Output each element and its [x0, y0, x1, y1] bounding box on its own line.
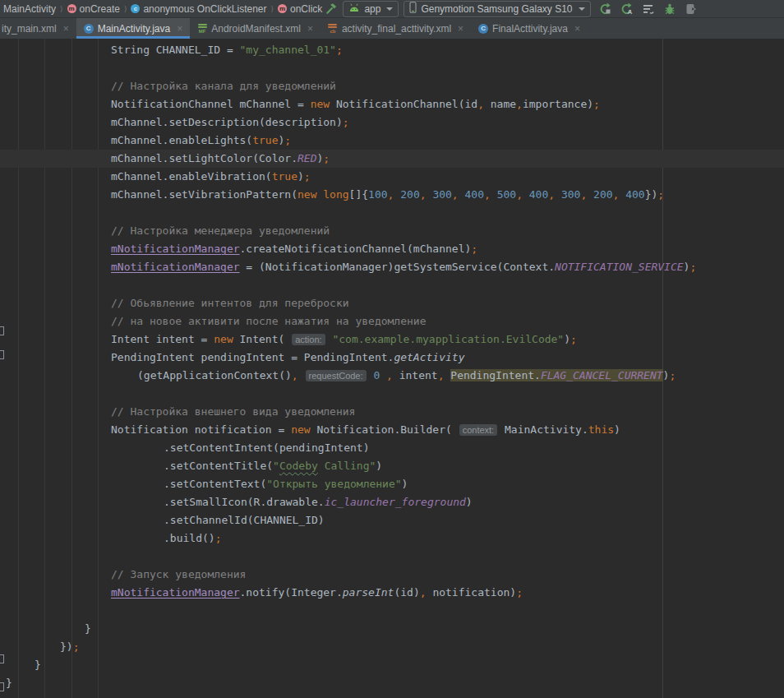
code-line[interactable]: });	[0, 638, 784, 656]
code-token: 500	[497, 188, 516, 201]
code-line[interactable]	[0, 385, 784, 403]
run-configurations-list-icon[interactable]	[639, 1, 657, 17]
code-token: mChannel.enableVibration(	[111, 170, 272, 183]
code-token: ;	[323, 152, 330, 164]
build-hammer-icon[interactable]	[322, 1, 340, 17]
code-token: ,	[580, 188, 593, 201]
code-line[interactable]	[0, 59, 784, 77]
fold-marker-icon[interactable]	[0, 350, 4, 359]
code-token: }	[35, 659, 41, 671]
breadcrumb-separator-icon: ⟩	[59, 5, 64, 13]
code-line[interactable]: }	[0, 656, 784, 674]
code-editor[interactable]: String CHANNEL_ID = "my_channel_01";// Н…	[0, 39, 784, 698]
code-line[interactable]: mChannel.setVibrationPattern(new long[]{…	[0, 186, 784, 204]
code-token: .setContentText(	[164, 478, 266, 490]
editor-tab[interactable]: ity_main.xml×	[0, 18, 76, 39]
code-token: .setContentTitle(	[164, 460, 273, 472]
tab-close-icon[interactable]: ×	[458, 23, 463, 35]
code-line[interactable]: .setChannelId(CHANNEL_ID)	[0, 511, 784, 529]
code-line[interactable]: // Обьявление интентов для переброски	[0, 294, 784, 312]
tab-close-icon[interactable]: ×	[574, 23, 580, 35]
code-token: .setChannelId(CHANNEL_ID)	[164, 514, 325, 526]
code-token: intent	[399, 369, 438, 381]
code-line[interactable]: // Настройка менеджера уведомлений	[0, 222, 784, 240]
manifest-file-icon: MF	[197, 24, 207, 34]
rerun-activity-icon[interactable]	[597, 1, 615, 17]
apply-code-changes-icon[interactable]: A	[618, 1, 636, 17]
parameter-hint-badge: requestCode:	[306, 370, 367, 381]
code-line[interactable]: .build();	[0, 529, 784, 548]
code-line[interactable]: PendingIntent pendingIntent = PendingInt…	[0, 349, 784, 367]
code-token: )	[376, 460, 382, 472]
code-line[interactable]: .setContentTitle("Codeby Calling")	[0, 457, 784, 475]
code-area[interactable]: String CHANNEL_ID = "my_channel_01";// Н…	[0, 41, 784, 692]
code-line[interactable]	[0, 204, 784, 222]
code-token: ;	[516, 586, 523, 599]
code-line[interactable]: mNotificationManager.createNotificationC…	[0, 240, 784, 258]
code-line[interactable]: NotificationChannel mChannel = new Notif…	[0, 95, 784, 113]
profile-icon[interactable]	[682, 1, 700, 17]
tab-close-icon[interactable]: ×	[177, 23, 182, 35]
code-line[interactable]: }	[0, 620, 784, 638]
code-line[interactable]: mChannel.enableLights(true);	[0, 132, 784, 150]
code-line[interactable]: mNotificationManager = (NotificationMana…	[0, 258, 784, 276]
tab-close-icon[interactable]: ×	[307, 23, 313, 35]
code-line[interactable]: Intent intent = new Intent( action: "com…	[0, 331, 784, 349]
code-line[interactable]: mChannel.setLightColor(Color.RED);	[0, 150, 784, 168]
editor-tab[interactable]: cbactivity_final_acttivity.xml×	[321, 18, 471, 39]
code-line[interactable]: (getApplicationContext(), requestCode: 0…	[0, 367, 784, 385]
code-line[interactable]	[0, 602, 784, 620]
fold-marker-icon[interactable]	[0, 654, 4, 663]
code-line[interactable]: .setSmallIcon(R.drawable.ic_launcher_for…	[0, 493, 784, 511]
code-line[interactable]: // на новое активити после нажатия на ув…	[0, 312, 784, 331]
code-token: ;	[657, 188, 664, 201]
code-token: .setSmallIcon(R.drawable.	[164, 496, 325, 508]
run-config-selector[interactable]: app	[343, 1, 399, 17]
breadcrumb-item[interactable]: MainActivity	[3, 3, 56, 15]
breadcrumb-item[interactable]: monClick	[278, 3, 322, 15]
anonymous-class-icon: c	[131, 4, 140, 13]
code-token: mNotificationManager	[111, 243, 240, 255]
code-line[interactable]: mNotificationManager.notify(Integer.pars…	[0, 584, 784, 602]
editor-tab[interactable]: CFinalActtivity.java×	[471, 18, 588, 39]
debug-icon[interactable]	[661, 1, 679, 17]
code-line[interactable]: // Настройка канала для уведомлений	[0, 77, 784, 95]
tab-label: AndroidManifest.xml	[211, 23, 301, 35]
code-token: ,	[516, 98, 523, 110]
parameter-hint-badge: action:	[292, 334, 325, 345]
code-token: FLAG_CANCEL_CURRENT	[541, 369, 663, 381]
tab-close-icon[interactable]: ×	[63, 23, 69, 35]
device-selector[interactable]: Genymotion Samsung Galaxy S10	[404, 1, 590, 17]
navigation-bar: MainActivity⟩monCreate⟩canonymous OnClic…	[0, 0, 784, 18]
code-line[interactable]: }	[0, 674, 784, 692]
fold-marker-icon[interactable]	[0, 326, 4, 335]
code-token: ;	[669, 369, 676, 381]
code-line[interactable]: mChannel.enableVibration(true);	[0, 168, 784, 186]
code-token: name	[491, 98, 516, 110]
code-token: MainActivity.	[498, 423, 588, 436]
code-token: new	[214, 333, 233, 345]
code-line[interactable]: String CHANNEL_ID = "my_channel_01";	[0, 41, 784, 59]
editor-tab[interactable]: MFAndroidManifest.xml×	[190, 18, 321, 39]
code-token: 400	[529, 188, 548, 201]
code-line[interactable]: mChannel.setDescription(description);	[0, 113, 784, 132]
code-token: 200	[593, 188, 612, 201]
code-line[interactable]: // Настройка внешнего вида уведомления	[0, 403, 784, 421]
code-token: ,	[477, 98, 491, 110]
code-token: // Обьявление интентов для переброски	[111, 297, 349, 309]
code-line[interactable]: Notification notification = new Notifica…	[0, 421, 784, 439]
code-token: parseInt	[343, 586, 394, 599]
code-line[interactable]: .setContentIntent(pendingIntent)	[0, 439, 784, 457]
editor-tab[interactable]: CMainActivity.java×	[76, 18, 191, 39]
code-line[interactable]: .setContentText("Открыть уведомление")	[0, 475, 784, 493]
code-line[interactable]: // Запуск уведомления	[0, 566, 784, 584]
code-token: // на новое активити после нажатия на ув…	[111, 315, 427, 327]
breadcrumb-item[interactable]: canonymous OnClickListener	[131, 3, 266, 15]
code-token: "com.example.myapplication.EvilCode"	[332, 333, 564, 345]
code-line[interactable]	[0, 276, 784, 294]
code-token: ;	[343, 116, 349, 128]
fold-marker-icon[interactable]	[0, 682, 4, 691]
breadcrumb-item[interactable]: monCreate	[67, 3, 120, 15]
code-line[interactable]	[0, 548, 784, 566]
code-token: mNotificationManager	[111, 261, 240, 273]
